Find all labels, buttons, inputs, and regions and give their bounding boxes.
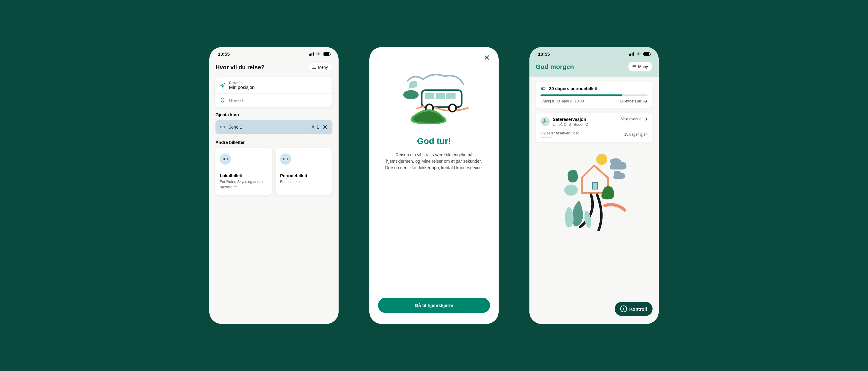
reservation-route: Umeå C Boden C: [553, 123, 618, 127]
swap-icon: [568, 123, 572, 127]
cellular-signal-icon: [629, 52, 634, 56]
ticket-options: Lokalbillett For Ruter, Skyss og andre o…: [209, 148, 339, 195]
home-content: 30 dagers periodebillett Gyldig til 30. …: [529, 77, 659, 324]
hamburger-icon: [312, 66, 316, 69]
go-home-button[interactable]: Gå til hjemskjerm: [378, 298, 490, 313]
reservation-status: 0/2 seter reservert i dag: [540, 131, 580, 135]
status-bar: 10:55: [209, 47, 339, 59]
ticket-title: Periodebillett: [280, 173, 328, 178]
choose-departure-link[interactable]: Velg avgang: [621, 117, 648, 121]
travel-to-input[interactable]: Reise til: [215, 94, 333, 107]
menu-button[interactable]: Meny: [308, 62, 333, 72]
kontroll-button[interactable]: Kontroll: [615, 302, 653, 316]
ticket-subtitle: For Ruter, Skyss og andre operatører: [220, 179, 268, 190]
close-icon: [323, 125, 327, 129]
arrow-right-icon: [643, 117, 648, 121]
status-time: 10:55: [218, 52, 229, 57]
battery-icon: [323, 52, 330, 56]
close-icon: [485, 55, 489, 60]
home-header: 10:55 God morgen Meny: [529, 47, 659, 77]
validity-progress: [540, 95, 648, 96]
menu-button[interactable]: Meny: [628, 62, 653, 72]
status-bar: 10:55: [529, 47, 659, 59]
svg-rect-6: [446, 93, 456, 99]
repeat-purchase-heading: Gjenta kjøp: [209, 111, 339, 120]
passenger-count: 1: [311, 125, 319, 130]
status-icons: [309, 52, 330, 56]
seat-icon-badge: [540, 117, 550, 126]
modal-body: Reisen din vil straks være tilgjengelig …: [385, 151, 483, 171]
menu-label: Meny: [318, 65, 328, 70]
house-illustration: [551, 147, 637, 233]
map-pin-icon: [220, 98, 225, 103]
ticket-icon: [283, 156, 289, 162]
from-label: Reise fra: [229, 81, 254, 85]
seat-reservation-card[interactable]: Setereservasjon Umeå C Boden C Velg avga…: [535, 112, 653, 142]
repeat-purchase-chip[interactable]: Sone 1 1: [215, 120, 333, 134]
other-tickets-heading: Andre billetter: [209, 139, 339, 148]
seat-indicators: [540, 137, 580, 138]
svg-point-1: [312, 126, 314, 127]
ticket-subtitle: For alle reiser: [280, 179, 328, 184]
arrow-right-icon: [643, 100, 648, 103]
svg-point-2: [403, 90, 418, 99]
hamburger-icon: [632, 65, 636, 68]
to-placeholder: Reise til: [229, 98, 245, 103]
travel-search-screen: 10:55 Hvor vil du reise? Meny Reise fra …: [209, 47, 339, 324]
zone-label: Sone 1: [228, 125, 308, 130]
navigation-icon: [220, 83, 225, 88]
period-ticket-card[interactable]: Periodebillett For alle reiser: [276, 148, 333, 195]
remove-chip-button[interactable]: [322, 124, 328, 130]
ticket-details-link[interactable]: Billettdetaljer: [620, 99, 648, 103]
greeting-title: God morgen: [535, 63, 574, 70]
person-icon: [311, 125, 315, 129]
bus-illustration: [396, 66, 472, 127]
svg-point-8: [449, 104, 456, 112]
status-icons: [629, 52, 650, 56]
close-modal-button[interactable]: [483, 53, 491, 62]
wifi-icon: [636, 52, 641, 56]
reservation-title: Setereservasjon: [553, 117, 618, 122]
seat-icon: [542, 119, 548, 124]
days-remaining: 15 dager igjen: [624, 132, 648, 137]
modal-content: God tur! Reisen din vil straks være tilg…: [369, 47, 499, 298]
ticket-title: Lokalbillett: [220, 173, 268, 178]
menu-label: Meny: [638, 64, 648, 69]
validity-text: Gyldig til 30. april kl. 10:00: [540, 99, 584, 103]
wifi-icon: [316, 52, 321, 56]
svg-point-12: [623, 308, 624, 309]
page-title: Hvor vil du reise?: [215, 64, 265, 71]
travel-search-card: Reise fra Min posisjon Reise til: [215, 77, 333, 107]
ticket-icon-badge: [280, 154, 291, 165]
period-ticket-card[interactable]: 30 dagers periodebillett Gyldig til 30. …: [535, 81, 653, 108]
svg-point-0: [222, 99, 223, 100]
ticket-icon: [222, 156, 228, 162]
confirmation-modal-screen: God tur! Reisen din vil straks være tilg…: [369, 47, 499, 324]
card-title: 30 dagers periodebillett: [549, 86, 597, 91]
ticket-icon: [220, 124, 225, 130]
svg-rect-4: [425, 93, 434, 99]
svg-point-9: [596, 154, 607, 165]
modal-title: God tur!: [417, 136, 451, 146]
svg-rect-5: [436, 93, 445, 99]
header: Hvor vil du reise? Meny: [209, 59, 339, 77]
inspector-icon: [620, 305, 627, 312]
cellular-signal-icon: [309, 52, 314, 56]
progress-fill: [540, 95, 622, 96]
svg-rect-11: [592, 182, 597, 189]
travel-from-input[interactable]: Reise fra Min posisjon: [215, 77, 333, 94]
from-value: Min posisjon: [229, 85, 254, 90]
svg-point-10: [564, 184, 578, 196]
battery-icon: [643, 52, 650, 56]
ticket-icon-badge: [220, 154, 231, 165]
home-screen: 10:55 God morgen Meny 30 dagers periodeb…: [529, 47, 659, 324]
local-ticket-card[interactable]: Lokalbillett For Ruter, Skyss og andre o…: [215, 148, 272, 195]
ticket-icon: [540, 86, 546, 91]
status-time: 10:55: [538, 52, 550, 57]
